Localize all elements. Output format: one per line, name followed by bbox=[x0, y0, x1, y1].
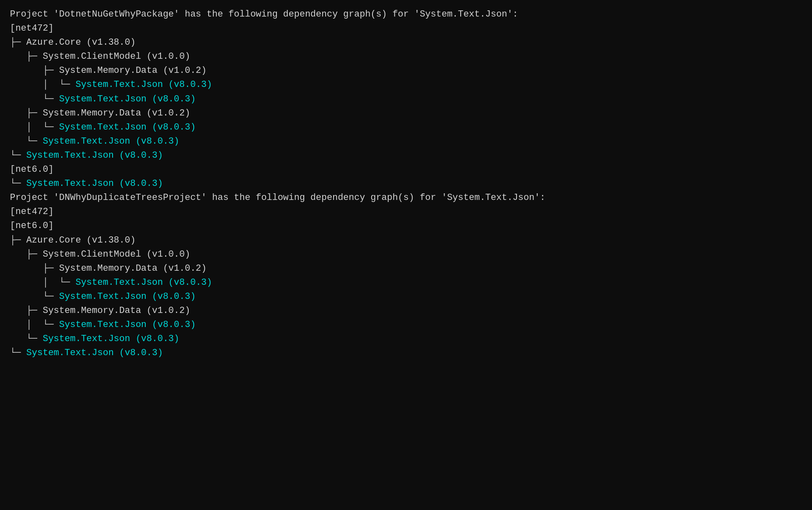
terminal-text: ├─ Azure.Core (v1.38.0) bbox=[10, 37, 136, 48]
terminal-line: [net472] bbox=[10, 22, 802, 36]
terminal-line: └─ System.Text.Json (v8.0.3) bbox=[10, 135, 802, 149]
terminal-line: └─ System.Text.Json (v8.0.3) bbox=[10, 290, 802, 304]
terminal-text: System.Text.Json (v8.0.3) bbox=[43, 334, 179, 344]
terminal-text: System.Text.Json (v8.0.3) bbox=[26, 348, 163, 358]
terminal-text: ├─ System.ClientModel (v1.0.0) bbox=[10, 249, 190, 260]
terminal-line: [net472] bbox=[10, 205, 802, 219]
terminal-text: System.Text.Json (v8.0.3) bbox=[59, 122, 196, 132]
terminal-text: System.Text.Json (v8.0.3) bbox=[26, 150, 163, 161]
terminal-text: │ └─ bbox=[10, 277, 75, 288]
terminal-text: System.Text.Json (v8.0.3) bbox=[59, 320, 196, 330]
terminal-line: │ └─ System.Text.Json (v8.0.3) bbox=[10, 120, 802, 135]
terminal-text: [net472] bbox=[10, 207, 54, 217]
terminal-text: System.Text.Json (v8.0.3) bbox=[43, 136, 179, 147]
terminal-text: System.Text.Json (v8.0.3) bbox=[59, 291, 196, 302]
terminal-text: ├─ System.Memory.Data (v1.0.2) bbox=[10, 263, 207, 274]
terminal-line: ├─ System.Memory.Data (v1.0.2) bbox=[10, 106, 802, 120]
terminal-text: └─ bbox=[10, 94, 59, 104]
terminal-text: ├─ System.Memory.Data (v1.0.2) bbox=[10, 306, 190, 316]
terminal-text: │ └─ bbox=[10, 122, 59, 132]
terminal-line: └─ System.Text.Json (v8.0.3) bbox=[10, 177, 802, 191]
terminal-text: System.Text.Json (v8.0.3) bbox=[75, 277, 212, 288]
terminal-line: ├─ System.ClientModel (v1.0.0) bbox=[10, 248, 802, 262]
terminal-text: └─ bbox=[10, 348, 26, 358]
terminal-line: │ └─ System.Text.Json (v8.0.3) bbox=[10, 276, 802, 290]
terminal-line: ├─ System.ClientModel (v1.0.0) bbox=[10, 50, 802, 64]
terminal-line: │ └─ System.Text.Json (v8.0.3) bbox=[10, 78, 802, 92]
terminal-line: Project 'DNWhyDuplicateTreesProject' has… bbox=[10, 191, 802, 205]
terminal-line: Project 'DotnetNuGetWhyPackage' has the … bbox=[10, 7, 802, 22]
terminal-text: Project 'DotnetNuGetWhyPackage' has the … bbox=[10, 9, 518, 19]
terminal-text: [net6.0] bbox=[10, 221, 54, 231]
terminal-line: ├─ System.Memory.Data (v1.0.2) bbox=[10, 64, 802, 78]
terminal-text: ├─ System.Memory.Data (v1.0.2) bbox=[10, 65, 207, 76]
terminal-text: [net6.0] bbox=[10, 164, 54, 175]
terminal-text: └─ bbox=[10, 136, 43, 147]
terminal-text: System.Text.Json (v8.0.3) bbox=[26, 178, 163, 189]
terminal-line: └─ System.Text.Json (v8.0.3) bbox=[10, 332, 802, 346]
terminal-text: ├─ Azure.Core (v1.38.0) bbox=[10, 235, 136, 245]
terminal-text: └─ bbox=[10, 150, 26, 161]
terminal-text: [net472] bbox=[10, 23, 54, 34]
terminal-line: │ └─ System.Text.Json (v8.0.3) bbox=[10, 318, 802, 332]
terminal-text: └─ bbox=[10, 291, 59, 302]
terminal-text: ├─ System.Memory.Data (v1.0.2) bbox=[10, 108, 190, 118]
terminal-line: ├─ Azure.Core (v1.38.0) bbox=[10, 233, 802, 248]
terminal-text: │ └─ bbox=[10, 79, 75, 90]
terminal-line: └─ System.Text.Json (v8.0.3) bbox=[10, 346, 802, 360]
terminal-line: [net6.0] bbox=[10, 163, 802, 177]
terminal-text: Project 'DNWhyDuplicateTreesProject' has… bbox=[10, 192, 545, 203]
terminal-text: System.Text.Json (v8.0.3) bbox=[75, 79, 212, 90]
terminal-line: [net6.0] bbox=[10, 219, 802, 233]
terminal-line: └─ System.Text.Json (v8.0.3) bbox=[10, 149, 802, 163]
terminal-output: Project 'DotnetNuGetWhyPackage' has the … bbox=[10, 7, 802, 360]
terminal-line: └─ System.Text.Json (v8.0.3) bbox=[10, 92, 802, 106]
terminal-line: ├─ System.Memory.Data (v1.0.2) bbox=[10, 304, 802, 318]
terminal-text: System.Text.Json (v8.0.3) bbox=[59, 94, 196, 104]
terminal-text: │ └─ bbox=[10, 320, 59, 330]
terminal-line: ├─ Azure.Core (v1.38.0) bbox=[10, 36, 802, 50]
terminal-line: ├─ System.Memory.Data (v1.0.2) bbox=[10, 262, 802, 276]
terminal-text: └─ bbox=[10, 178, 26, 189]
terminal-text: └─ bbox=[10, 334, 43, 344]
terminal-text: ├─ System.ClientModel (v1.0.0) bbox=[10, 51, 190, 62]
